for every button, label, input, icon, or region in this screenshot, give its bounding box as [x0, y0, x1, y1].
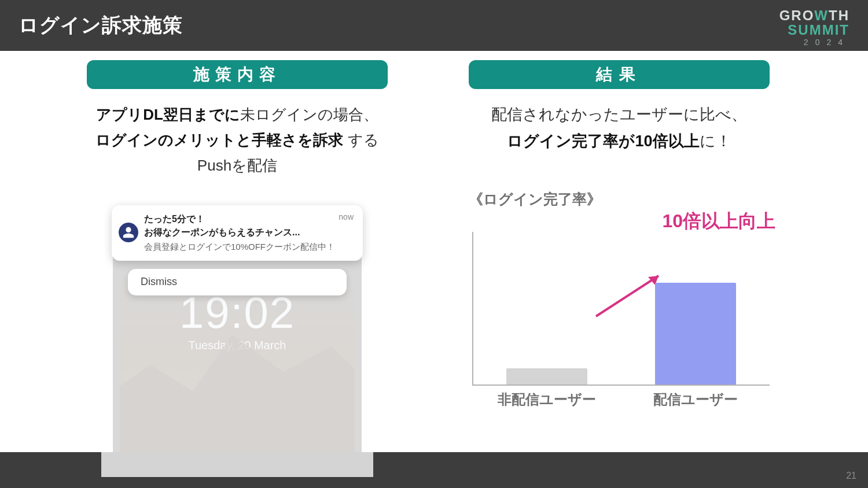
chart-title: 《ログイン完了率》 — [469, 190, 770, 209]
x-axis-labels: 非配信ユーザー 配信ユーザー — [472, 390, 770, 409]
event-logo: GROWTH SUMMIT 2024 — [779, 8, 849, 47]
page-number: 21 — [846, 471, 856, 481]
logo-text: W — [814, 8, 829, 23]
bar-chart: 10倍以上向上 非 — [469, 232, 770, 405]
notification-title-2: お得なクーポンがもらえるチャンス... — [144, 227, 352, 239]
notification-app-icon — [119, 223, 138, 242]
logo-line-1: GROWTH — [779, 8, 849, 23]
footer-bar: 21 — [0, 452, 868, 488]
dismiss-label: Dismiss — [141, 276, 177, 288]
emphasis-text: ログインのメリットと手軽さを訴求 — [95, 131, 343, 149]
notification-body: 会員登録とログインで10%OFFクーポン配信中！ — [144, 241, 352, 253]
body-text: 配信されなかったユーザーに比べ、 — [491, 106, 747, 123]
x-axis — [472, 385, 770, 386]
notification-timestamp: now — [339, 212, 354, 221]
content-area: 施策内容 アプリDL翌日までに未ログインの場合、 ログインのメリットと手軽さを訴… — [0, 51, 868, 452]
bar-column — [621, 283, 770, 385]
section-header-left: 施策内容 — [87, 60, 388, 89]
phone-mockup: Blueprint 19:02 19:02 Tuesday, 20 March — [101, 205, 373, 477]
body-text: に！ — [700, 132, 731, 150]
right-column: 結果 配信されなかったユーザーに比べ、 ログイン完了率が10倍以上に！ 《ログイ… — [422, 51, 868, 452]
bar-column — [472, 368, 621, 385]
logo-text: GRO — [779, 8, 815, 23]
bars-area — [472, 232, 770, 385]
section-header-right: 結果 — [469, 60, 770, 89]
emphasis-text: アプリDL翌日までに — [96, 106, 240, 123]
slide: ログイン訴求施策 GROWTH SUMMIT 2024 施策内容 アプリDL翌日… — [0, 0, 868, 488]
x-label: 配信ユーザー — [621, 390, 770, 409]
logo-line-3: 2024 — [779, 38, 849, 47]
bar-delivered — [655, 283, 736, 385]
chart-callout: 10倍以上向上 — [662, 209, 775, 234]
logo-line-2: SUMMIT — [779, 23, 849, 37]
header-bar: ログイン訴求施策 GROWTH SUMMIT 2024 — [0, 0, 868, 51]
person-icon — [122, 226, 135, 239]
push-notification: now たった5分で！ お得なクーポンがもらえるチャンス... 会員登録とログイ… — [112, 205, 363, 261]
body-text: 未ログインの場合、 — [240, 106, 378, 123]
left-column: 施策内容 アプリDL翌日までに未ログインの場合、 ログインのメリットと手軽さを訴… — [0, 51, 422, 452]
right-description: 配信されなかったユーザーに比べ、 ログイン完了率が10倍以上に！ — [469, 102, 770, 155]
notification-title-1: たった5分で！ — [144, 213, 352, 225]
dismiss-button[interactable]: Dismiss — [128, 269, 347, 295]
left-description: アプリDL翌日までに未ログインの場合、 ログインのメリットと手軽さを訴求 するP… — [87, 102, 388, 179]
x-label: 非配信ユーザー — [472, 390, 621, 409]
bar-non-delivered — [506, 368, 587, 385]
page-title: ログイン訴求施策 — [19, 12, 183, 39]
emphasis-text: ログイン完了率が10倍以上 — [507, 132, 699, 150]
logo-text: TH — [829, 8, 849, 23]
